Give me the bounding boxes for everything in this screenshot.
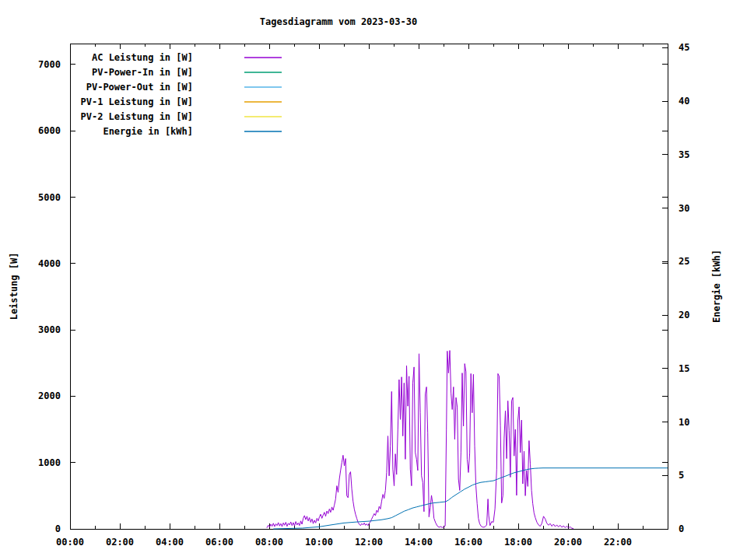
legend-label: PV-2 Leistung in [W] [81,111,194,122]
chart-title: Tagesdiagramm vom 2023-03-30 [260,16,417,27]
x-tick-label: 18:00 [504,537,532,548]
series-line-energie-in-kwh- [273,468,668,529]
legend: AC Leistung in [W]PV-Power-In in [W]PV-P… [81,52,282,137]
x-tick-label: 14:00 [405,537,433,548]
x-tick-label: 22:00 [604,537,632,548]
x-tick-label: 10:00 [305,537,333,548]
y1-tick-label: 3000 [38,324,61,335]
legend-label: PV-1 Leistung in [W] [81,96,194,107]
y1-tick-label: 4000 [38,258,61,269]
y1-tick-label: 1000 [38,457,61,468]
y2-tick-label: 30 [679,203,689,214]
x-tick-label: 16:00 [454,537,482,548]
y1-tick-label: 5000 [38,192,61,203]
legend-label: PV-Power-In in [W] [92,67,193,78]
y2-axis-label: Energie [kWh] [711,250,722,323]
x-tick-label: 02:00 [106,537,134,548]
y1-tick-label: 0 [55,523,61,534]
plot-svg: Tagesdiagramm vom 2023-03-30 Leistung [W… [0,0,747,560]
x-tick-label: 20:00 [554,537,582,548]
legend-label: AC Leistung in [W] [92,52,193,63]
y2-tick-label: 15 [679,363,689,374]
x-tick-label: 00:00 [56,537,84,548]
tagesdiagramm-chart: Tagesdiagramm vom 2023-03-30 Leistung [W… [0,0,747,560]
x-tick-label: 06:00 [205,537,233,548]
x-tick-label: 04:00 [156,537,184,548]
legend-label: PV-Power-Out in [W] [86,82,193,93]
y2-tick-label: 35 [679,149,689,160]
y2-tick-label: 25 [679,256,689,267]
y2-tick-label: 0 [679,523,684,534]
series-line-ac-leistung-in-w- [267,351,573,529]
legend-label: Energie in [kWh] [103,126,193,137]
x-tick-label: 08:00 [255,537,283,548]
y2-tick-label: 40 [679,96,689,107]
series-lines [267,351,668,529]
y2-tick-label: 45 [679,42,689,53]
y2-tick-label: 10 [679,417,689,428]
y2-tick-label: 5 [679,470,684,481]
y1-tick-label: 7000 [38,59,61,70]
y2-tick-label: 20 [679,310,689,320]
y1-tick-label: 2000 [38,390,61,401]
y1-tick-label: 6000 [38,125,61,136]
y-axis-label: Leistung [W] [9,253,19,320]
x-tick-label: 12:00 [355,537,383,548]
